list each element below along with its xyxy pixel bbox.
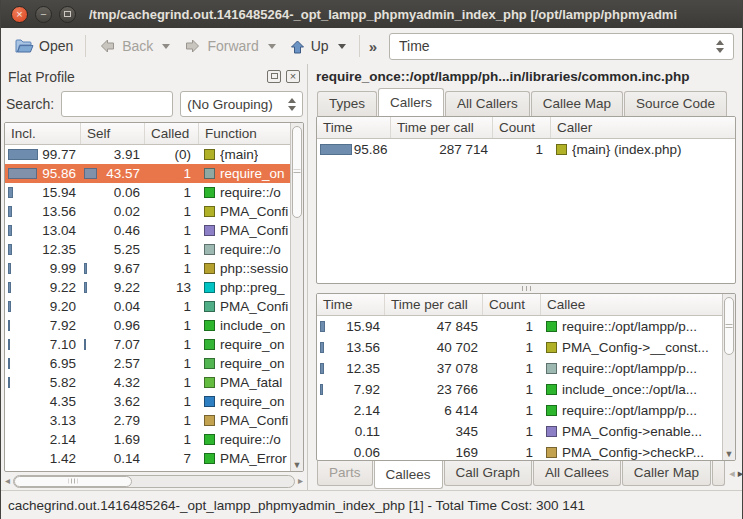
dock-close-icon[interactable] — [286, 70, 300, 83]
cost-cell: 9.22 — [81, 280, 145, 295]
table-row[interactable]: 0.113451PMA_Config->enable... — [317, 421, 722, 442]
time-per-call-cell: 47 845 — [385, 319, 483, 334]
tab-call-graph[interactable]: Call Graph — [444, 461, 533, 486]
column-header-called[interactable]: Called — [145, 123, 199, 144]
cost-cell: 0.14 — [81, 451, 145, 466]
count-cell: 1 — [483, 319, 541, 334]
column-header-count[interactable]: Count — [493, 117, 551, 138]
table-row[interactable]: 12.3537 0781require::/opt/lampp/p... — [317, 358, 722, 379]
scroll-down-icon[interactable]: ▼ — [723, 449, 735, 459]
function-type-icon — [204, 415, 215, 426]
table-row[interactable]: 12.355.251require::/o — [5, 240, 290, 259]
cost-cell: 4.35 — [5, 394, 81, 409]
open-button[interactable]: Open — [9, 34, 78, 58]
search-input[interactable] — [61, 91, 173, 117]
toolbar-overflow-icon[interactable]: » — [369, 38, 377, 55]
table-row[interactable]: 9.229.2213php::preg_ — [5, 278, 290, 297]
column-header-self[interactable]: Self — [81, 123, 145, 144]
event-type-spinner[interactable] — [710, 40, 724, 53]
scrollbar-thumb[interactable] — [292, 126, 302, 218]
function-name: include_once::/opt/la... — [562, 382, 697, 397]
panel-splitter[interactable] — [316, 284, 736, 293]
table-row[interactable]: 4.353.621require_on — [5, 392, 290, 411]
table-row[interactable]: 9.200.041PMA_Confi — [5, 297, 290, 316]
column-header-caller[interactable]: Caller — [551, 117, 735, 138]
tab-all-callers[interactable]: All Callers — [445, 91, 530, 116]
table-row[interactable]: 7.107.071require_on — [5, 335, 290, 354]
scroll-left-icon[interactable]: ◂ — [5, 476, 10, 486]
tab-caller-map[interactable]: Caller Map — [622, 461, 711, 486]
column-header-time[interactable]: Time — [317, 294, 385, 315]
table-row[interactable]: 7.920.961include_on — [5, 316, 290, 335]
table-row[interactable]: 13.5640 7021PMA_Config->__const... — [317, 337, 722, 358]
spinner-up-icon — [288, 98, 296, 103]
tab-scroll-right-icon[interactable]: ▸ — [738, 467, 742, 480]
time-per-call-cell: 287 714 — [391, 142, 493, 157]
table-row[interactable]: 95.86287 7141{main} (index.php) — [317, 139, 735, 160]
grouping-combobox[interactable]: (No Grouping) — [180, 91, 303, 117]
scrollbar-thumb[interactable] — [724, 297, 734, 355]
table-row[interactable]: 2.146 4141require::/opt/lampp/p... — [317, 400, 722, 421]
table-row[interactable]: 2.141.691require::/o — [5, 430, 290, 449]
tab-all-callees[interactable]: All Callees — [533, 461, 621, 486]
table-row[interactable]: 7.9223 7661include_once::/opt/la... — [317, 379, 722, 400]
dock-float-icon[interactable] — [267, 70, 281, 83]
column-header-function[interactable]: Function — [199, 123, 290, 144]
flat-profile-hscrollbar[interactable]: ◂ ▸ — [5, 474, 303, 488]
function-name: PMA_Error — [220, 451, 287, 466]
time-per-call-cell: 6 414 — [385, 403, 483, 418]
column-header-callee[interactable]: Callee — [541, 294, 722, 315]
count-cell: 1 — [483, 445, 541, 460]
function-name: require_on — [220, 356, 285, 371]
titlebar[interactable]: × − /tmp/cachegrind.out.1416485264-_opt_… — [1, 0, 742, 28]
tab-callee-map[interactable]: Callee Map — [531, 91, 623, 116]
forward-dropdown-icon[interactable] — [268, 44, 276, 49]
scrollbar-track[interactable] — [13, 475, 295, 488]
column-header-count[interactable]: Count — [483, 294, 541, 315]
callees-vscrollbar[interactable]: ▼ — [722, 294, 735, 460]
cost-value: 95.86 — [354, 142, 388, 157]
function-type-icon — [204, 149, 215, 160]
forward-button[interactable]: Forward — [178, 35, 263, 57]
table-row[interactable]: 0.061691PMA_Config->checkP... — [317, 442, 722, 460]
column-header-time-per-call[interactable]: Time per call — [385, 294, 483, 315]
table-row[interactable]: 1.420.147PMA_Error — [5, 449, 290, 468]
table-row[interactable]: 5.824.321PMA_fatal — [5, 373, 290, 392]
tab-callers[interactable]: Callers — [378, 88, 444, 116]
called-cell: 1 — [145, 261, 199, 276]
scroll-right-icon[interactable]: ▸ — [298, 476, 303, 486]
back-dropdown-icon[interactable] — [162, 44, 170, 49]
table-row[interactable]: 13.040.461PMA_Confi — [5, 221, 290, 240]
scroll-down-icon[interactable]: ▼ — [291, 460, 303, 470]
column-header-incl[interactable]: Incl. — [5, 123, 81, 144]
table-row[interactable]: 3.132.791PMA_Confi — [5, 411, 290, 430]
table-row[interactable]: 9.999.671php::sessio — [5, 259, 290, 278]
up-button[interactable]: Up — [284, 35, 334, 58]
table-row[interactable]: 15.9447 8451require::/opt/lampp/p... — [317, 316, 722, 337]
table-row[interactable]: 99.773.91(0){main} — [5, 145, 290, 164]
column-header-time[interactable]: Time — [317, 117, 391, 138]
tab-scroll-left-icon[interactable]: ◂ — [729, 467, 735, 480]
tab-types[interactable]: Types — [317, 91, 377, 116]
table-row[interactable]: 13.560.021PMA_Confi — [5, 202, 290, 221]
function-cell: PMA_Config->__const... — [541, 340, 722, 355]
table-row[interactable]: 1.400.022PMA_Re — [5, 468, 290, 471]
maximize-window-icon[interactable] — [59, 6, 76, 23]
up-dropdown-icon[interactable] — [338, 44, 346, 49]
scrollbar-thumb[interactable] — [14, 476, 132, 487]
grouping-spinner[interactable] — [282, 98, 296, 111]
table-row[interactable]: 15.940.061require::/o — [5, 183, 290, 202]
tab-parts[interactable]: Parts — [317, 461, 373, 486]
tab-machine-code[interactable]: M — [712, 461, 725, 486]
tab-source-code[interactable]: Source Code — [624, 91, 727, 116]
cost-bar — [320, 321, 325, 332]
table-row[interactable]: 6.952.571require_on — [5, 354, 290, 373]
event-type-combobox[interactable]: Time — [389, 33, 734, 60]
back-button[interactable]: Back — [93, 35, 158, 57]
column-header-time-per-call[interactable]: Time per call — [391, 117, 493, 138]
minimize-window-icon[interactable]: − — [35, 6, 52, 23]
tab-callees[interactable]: Callees — [374, 461, 443, 489]
close-window-icon[interactable]: × — [11, 6, 28, 23]
flat-profile-vscrollbar[interactable]: ▼ — [290, 123, 303, 471]
table-row[interactable]: 95.8643.571require_on — [5, 164, 290, 183]
